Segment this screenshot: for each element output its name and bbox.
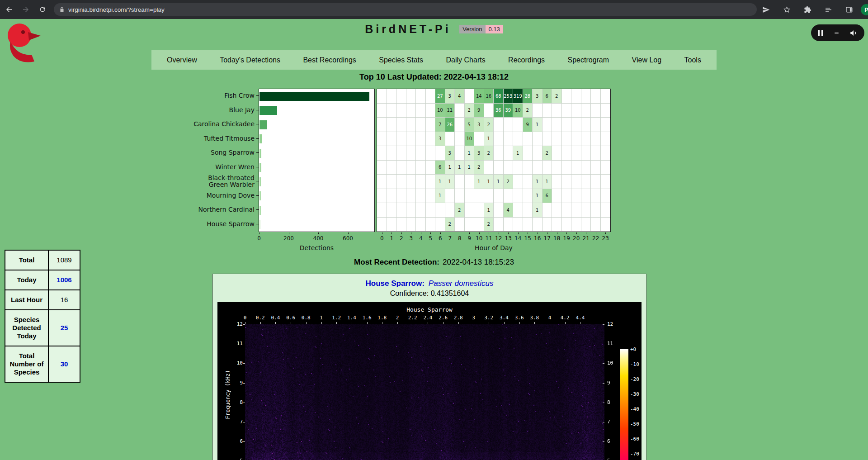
heatmap-cell bbox=[494, 132, 504, 147]
page-header: BirdNET-Pi Version0.13 bbox=[0, 23, 868, 36]
species-label: House Sparrow bbox=[190, 217, 259, 232]
heatmap-cell bbox=[601, 89, 611, 104]
stat-value[interactable]: 25 bbox=[48, 310, 80, 346]
hour-axis-tickmark bbox=[411, 232, 411, 234]
hour-axis-tick: 22 bbox=[592, 235, 599, 242]
spectrogram-freq-tick: 9 bbox=[223, 380, 243, 386]
spectrogram-time-tick: 3.4 bbox=[500, 315, 509, 321]
extensions-button[interactable] bbox=[800, 2, 815, 17]
hour-axis-tickmark bbox=[450, 232, 450, 234]
nav-item-species-stats[interactable]: Species Stats bbox=[379, 56, 423, 64]
bar-axis-tickmark bbox=[348, 232, 349, 234]
speaker-icon[interactable] bbox=[849, 29, 858, 37]
most-recent-detection: Most Recent Detection:2022-04-13 18:15:2… bbox=[0, 258, 868, 267]
spectrogram-freq-tickmark bbox=[603, 324, 604, 325]
audio-timeline[interactable] bbox=[835, 33, 839, 33]
heatmap-cell bbox=[426, 89, 436, 104]
heatmap-cell bbox=[562, 161, 572, 175]
spectrogram-time-tick: 3.6 bbox=[515, 315, 524, 321]
nav-item-tools[interactable]: Tools bbox=[684, 56, 701, 64]
bookmark-button[interactable] bbox=[779, 2, 794, 17]
spectrogram-time-tickmark bbox=[306, 322, 307, 324]
nav-item-daily-charts[interactable]: Daily Charts bbox=[446, 56, 486, 64]
species-axis: Fish CrowBlue JayCarolina ChickadeeTufte… bbox=[190, 89, 259, 232]
heatmap-cell bbox=[513, 203, 523, 218]
spectrogram-time-tick: 2.8 bbox=[454, 315, 463, 321]
spectrogram-time-tick: 2.2 bbox=[408, 315, 417, 321]
species-name[interactable]: House Sparrow: bbox=[366, 279, 425, 288]
forward-button[interactable] bbox=[18, 2, 33, 17]
species-label: Tufted Titmouse bbox=[190, 132, 259, 146]
heatmap-cell bbox=[571, 189, 581, 204]
spectrogram-time-tick: 1.4 bbox=[347, 315, 356, 321]
hour-axis-tick: 19 bbox=[563, 235, 570, 242]
stat-value[interactable]: 30 bbox=[48, 346, 80, 382]
heatmap-cell bbox=[523, 203, 533, 218]
heatmap-cell bbox=[504, 146, 514, 161]
spectrogram-time-tickmark bbox=[580, 322, 580, 324]
spectrogram-time-tick: 3 bbox=[472, 315, 475, 321]
media-queue-button[interactable] bbox=[821, 2, 836, 17]
heatmap-cell: 2 bbox=[474, 161, 484, 175]
heatmap-cell bbox=[387, 89, 397, 104]
hour-axis-tick: 13 bbox=[505, 235, 512, 242]
heatmap-cell bbox=[377, 89, 387, 104]
profile-avatar[interactable]: P bbox=[861, 4, 868, 15]
stat-value[interactable]: 1006 bbox=[48, 270, 80, 290]
reload-button[interactable] bbox=[35, 2, 50, 17]
heatmap-cell bbox=[416, 161, 426, 175]
share-button[interactable] bbox=[758, 2, 774, 17]
stats-row: Total Number of Species30 bbox=[5, 346, 80, 382]
heatmap-cell bbox=[406, 132, 416, 147]
heatmap-cell bbox=[416, 132, 426, 147]
hour-axis-tick: 23 bbox=[602, 235, 609, 242]
spectrogram-time-tickmark bbox=[550, 322, 550, 324]
spectrogram-time-tickmark bbox=[489, 322, 489, 324]
audio-player[interactable] bbox=[811, 24, 864, 41]
heatmap-cell bbox=[377, 146, 387, 161]
heatmap-cell bbox=[426, 189, 436, 204]
heatmap-cell bbox=[494, 161, 504, 175]
audio-pause-button[interactable] bbox=[818, 30, 823, 36]
detections-bar bbox=[259, 163, 261, 172]
top10-heading: Top 10 Last Updated: 2022-04-13 18:12 bbox=[0, 72, 868, 82]
heatmap-cell bbox=[426, 203, 436, 218]
nav-item-best-recordings[interactable]: Best Recordings bbox=[303, 56, 356, 64]
heatmap-cell bbox=[377, 218, 387, 232]
heatmap-cell bbox=[542, 104, 552, 118]
heatmap-cell bbox=[542, 203, 552, 218]
nav-item-overview[interactable]: Overview bbox=[167, 56, 197, 64]
heatmap-cell: 3 bbox=[474, 146, 484, 161]
nav-item-spectrogram[interactable]: Spectrogram bbox=[568, 56, 609, 64]
side-panel-icon bbox=[845, 6, 853, 14]
hour-axis-tickmark bbox=[518, 232, 519, 234]
heatmap-cell bbox=[513, 132, 523, 147]
heatmap-cell: 36 bbox=[494, 104, 504, 118]
nav-item-today-s-detections[interactable]: Today's Detections bbox=[220, 56, 280, 64]
colorbar-db-tick: -60 bbox=[630, 436, 639, 442]
hour-axis-tick: 8 bbox=[458, 235, 462, 242]
heatmap-cell bbox=[426, 118, 436, 132]
heatmap-cell bbox=[601, 175, 611, 189]
spectrogram-freq-tick: 8 bbox=[607, 399, 610, 405]
heatmap-cell bbox=[601, 118, 611, 132]
nav-item-view-log[interactable]: View Log bbox=[632, 56, 662, 64]
back-button[interactable] bbox=[1, 2, 17, 17]
hour-axis-tick: 9 bbox=[467, 235, 471, 242]
heatmap-cell bbox=[387, 104, 397, 118]
nav-item-recordings[interactable]: Recordings bbox=[508, 56, 545, 64]
hour-axis-tickmark bbox=[499, 232, 499, 234]
species-label: Blue Jay bbox=[190, 103, 259, 118]
spectrogram-time-tick: 0 bbox=[244, 315, 247, 321]
hour-axis-tick: 14 bbox=[514, 235, 521, 242]
side-panel-button[interactable] bbox=[841, 2, 857, 17]
hour-axis-tick: 0 bbox=[380, 235, 384, 242]
heatmap-cell: 6 bbox=[542, 89, 552, 104]
spectrogram-time-tick: 1.8 bbox=[377, 315, 387, 321]
heatmap-cell: 7 bbox=[435, 118, 445, 132]
species-label: Fish Crow bbox=[190, 89, 259, 103]
heatmap-cell bbox=[523, 132, 533, 147]
heatmap-cell bbox=[435, 218, 445, 232]
heatmap-cell bbox=[484, 189, 494, 204]
url-bar[interactable]: virginia.birdnetpi.com/?stream=play bbox=[54, 3, 757, 16]
